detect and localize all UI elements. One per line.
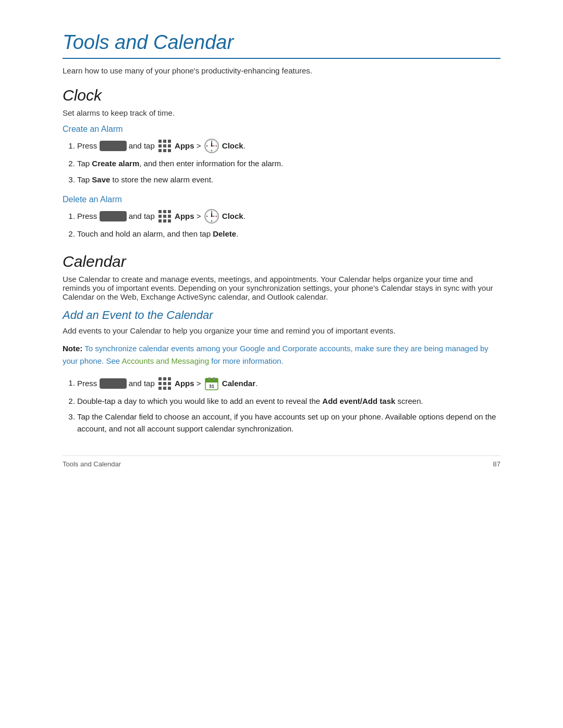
svg-rect-37 xyxy=(163,377,166,380)
calendar-label-1: Calendar. xyxy=(222,378,258,387)
footer-left: Tools and Calendar xyxy=(63,460,121,468)
save-bold: Save xyxy=(92,175,110,184)
create-alarm-step-2: Tap Create alarm, and then enter informa… xyxy=(77,158,500,170)
svg-rect-0 xyxy=(158,140,162,143)
svg-rect-24 xyxy=(158,219,162,223)
svg-point-17 xyxy=(211,145,212,147)
svg-rect-18 xyxy=(158,210,162,213)
clock-title: Clock xyxy=(63,87,500,104)
calendar-icon-1: 31 xyxy=(204,376,219,391)
svg-rect-6 xyxy=(158,149,162,152)
clock-section: Clock Set alarms to keep track of time. … xyxy=(63,87,500,240)
svg-rect-19 xyxy=(163,210,166,213)
add-event-subsection: Add an Event to the Calendar Add events … xyxy=(63,309,500,435)
add-event-step-3: Tap the Calendar field to choose an acco… xyxy=(77,411,500,435)
apps-label-1: Apps > xyxy=(175,141,201,150)
delete-alarm-step-2: Touch and hold an alarm, and then tap De… xyxy=(77,228,500,240)
delete-bold: Delete xyxy=(213,229,236,238)
svg-rect-21 xyxy=(158,215,162,218)
apps-icon-2 xyxy=(158,209,172,223)
calendar-section: Calendar Use Calendar to create and mana… xyxy=(63,253,500,435)
add-event-title: Add an Event to the Calendar xyxy=(63,309,500,322)
svg-rect-26 xyxy=(168,219,171,223)
add-event-step-1: Press and tap xyxy=(77,377,500,391)
add-event-steps: Press and tap xyxy=(77,377,500,435)
footer: Tools and Calendar 87 xyxy=(63,455,500,468)
svg-rect-4 xyxy=(163,144,166,147)
note-label: Note: xyxy=(63,344,82,353)
svg-point-35 xyxy=(211,216,212,217)
svg-rect-20 xyxy=(168,210,171,213)
apps-label-3: Apps > xyxy=(175,378,201,387)
svg-rect-40 xyxy=(163,382,166,385)
clock-icon-2 xyxy=(204,209,219,224)
delete-alarm-subsection: Delete an Alarm Press and tap xyxy=(63,195,500,240)
svg-rect-5 xyxy=(168,144,171,147)
svg-rect-42 xyxy=(158,387,162,390)
svg-rect-7 xyxy=(163,149,166,152)
delete-alarm-heading: Delete an Alarm xyxy=(63,195,500,204)
svg-rect-3 xyxy=(158,144,162,147)
svg-rect-39 xyxy=(158,382,162,385)
note-box: Note: To synchronize calendar events amo… xyxy=(63,342,500,367)
clock-label-2: Clock. xyxy=(222,212,246,220)
add-event-bold: Add event/Add task xyxy=(322,397,395,405)
clock-icon-1 xyxy=(204,139,219,153)
delete-alarm-step-1: Press and tap xyxy=(77,209,500,224)
calendar-desc: Use Calendar to create and manage events… xyxy=(63,275,500,301)
home-button-2 xyxy=(100,211,127,221)
intro-text: Learn how to use many of your phone's pr… xyxy=(63,66,500,75)
footer-right: 87 xyxy=(493,460,500,468)
svg-rect-47 xyxy=(205,381,218,382)
svg-rect-41 xyxy=(168,382,171,385)
clock-desc: Set alarms to keep track of time. xyxy=(63,108,500,117)
page-container: Tools and Calendar Learn how to use many… xyxy=(57,31,506,468)
create-alarm-heading: Create an Alarm xyxy=(63,125,500,134)
delete-alarm-steps: Press and tap xyxy=(77,209,500,240)
create-alarm-step-3: Tap Save to store the new alarm event. xyxy=(77,174,500,186)
svg-rect-23 xyxy=(168,215,171,218)
apps-icon-1 xyxy=(158,139,172,153)
create-alarm-steps: Press and tap xyxy=(77,139,500,186)
apps-icon-3 xyxy=(158,377,172,390)
svg-rect-49 xyxy=(213,377,215,380)
svg-rect-43 xyxy=(163,387,166,390)
svg-rect-22 xyxy=(163,215,166,218)
home-button-1 xyxy=(100,141,127,151)
svg-rect-36 xyxy=(158,377,162,380)
add-event-step-2: Double-tap a day to which you would like… xyxy=(77,396,500,408)
svg-rect-38 xyxy=(168,377,171,380)
note-text: Note: To synchronize calendar events amo… xyxy=(63,342,500,367)
svg-rect-44 xyxy=(168,387,171,390)
svg-rect-48 xyxy=(209,377,210,380)
page-title: Tools and Calendar xyxy=(63,31,500,59)
calendar-title: Calendar xyxy=(63,253,500,270)
svg-rect-1 xyxy=(163,140,166,143)
home-button-3 xyxy=(100,378,127,389)
create-alarm-subsection: Create an Alarm Press and tap xyxy=(63,125,500,186)
svg-rect-2 xyxy=(168,140,171,143)
apps-label-2: Apps > xyxy=(175,212,201,220)
create-alarm-step-1: Press and tap xyxy=(77,139,500,154)
svg-rect-8 xyxy=(168,149,171,152)
accounts-link[interactable]: Accounts and Messaging xyxy=(121,356,209,365)
add-event-desc: Add events to your Calendar to help you … xyxy=(63,326,500,335)
clock-label-1: Clock. xyxy=(222,141,246,150)
svg-rect-25 xyxy=(163,219,166,223)
svg-text:31: 31 xyxy=(209,384,214,389)
create-alarm-bold: Create alarm xyxy=(92,159,139,168)
